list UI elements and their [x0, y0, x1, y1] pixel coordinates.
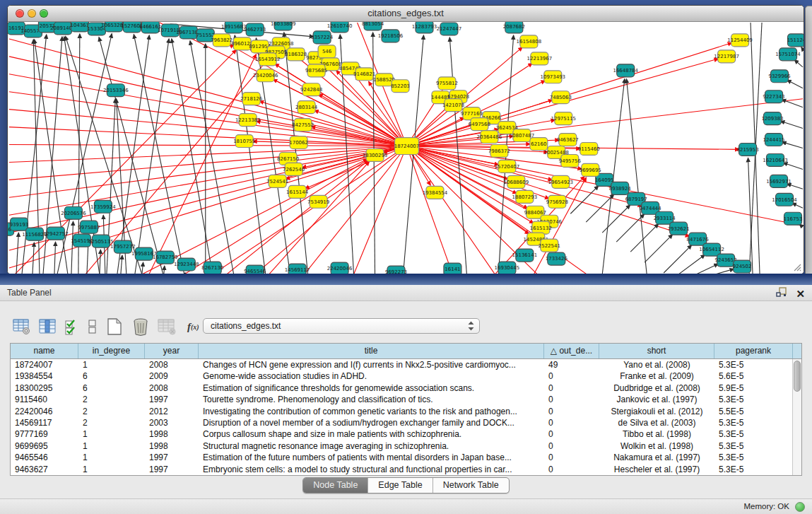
table-selector-dropdown[interactable]: citations_edges.txt: [203, 318, 480, 334]
graph-node[interactable]: 104361: [71, 22, 90, 32]
zoom-window-button[interactable]: [40, 9, 48, 18]
close-window-button[interactable]: [16, 9, 24, 18]
graph-node[interactable]: 9227343: [763, 90, 784, 103]
graph-node[interactable]: 15136141: [512, 249, 538, 262]
rows-icon[interactable]: [88, 318, 98, 335]
graph-node[interactable]: 8267130: [201, 262, 223, 274]
graph-node[interactable]: 15751074: [775, 48, 801, 61]
graph-node[interactable]: 7986372: [488, 145, 510, 158]
graph-node[interactable]: 9495756: [559, 154, 581, 167]
network-window[interactable]: citations_edges.txt 16191140557122057720…: [7, 5, 804, 274]
graph-node[interactable]: 2087682: [503, 22, 525, 33]
graph-node[interactable]: 1615144: [286, 185, 309, 198]
network-canvas[interactable]: 1619114055712205772089140610436115330410…: [8, 22, 804, 274]
graph-node[interactable]: 20364486: [477, 131, 502, 144]
column-header-short[interactable]: short: [599, 344, 714, 358]
graph-node[interactable]: 6497568: [469, 118, 490, 131]
graph-node[interactable]: 939193: [10, 218, 29, 230]
graph-node[interactable]: 20153346: [103, 84, 129, 97]
graph-node[interactable]: 151124: [787, 34, 804, 47]
graph-node[interactable]: 1733426: [546, 252, 567, 265]
resize-grip[interactable]: [794, 264, 801, 271]
graph-node[interactable]: 852203: [391, 80, 410, 93]
graph-node[interactable]: 1810755: [233, 135, 255, 148]
graph-node[interactable]: 2522541: [539, 239, 560, 252]
graph-node[interactable]: 9462733: [244, 23, 266, 36]
graph-node[interactable]: 12942757: [43, 227, 69, 240]
graph-node[interactable]: 1209383: [762, 112, 784, 125]
delete-table-icon[interactable]: [158, 318, 177, 335]
table-row[interactable]: 1830029562008Estimation of significance …: [11, 382, 801, 394]
graph-node[interactable]: 18300295: [363, 148, 388, 161]
table-row[interactable]: 969969511998Structural magnetic resonanc…: [11, 440, 801, 452]
graph-node[interactable]: 16648784: [613, 64, 638, 77]
graph-node[interactable]: 18724007: [394, 138, 420, 155]
graph-node[interactable]: 12975115: [551, 112, 577, 125]
table-row[interactable]: 1938455462009Genome-wide association stu…: [11, 370, 801, 382]
graph-node[interactable]: 12610740: [327, 22, 353, 33]
table-row[interactable]: 946362711997Embryonic stem cells: a mode…: [11, 464, 801, 475]
graph-node[interactable]: 17359924: [90, 200, 116, 213]
graph-node[interactable]: 7963822: [211, 34, 233, 47]
graph-node[interactable]: 14569117: [285, 264, 310, 274]
column-header-out_de[interactable]: △ out_de...: [544, 344, 599, 358]
graph-node[interactable]: 924502: [733, 260, 752, 273]
network-canvas-svg[interactable]: 1619114055712205772089140610436115330410…: [8, 22, 804, 274]
function-builder-icon[interactable]: f(x): [187, 321, 199, 333]
table-row[interactable]: 977716911998Corpus callosum shape and si…: [11, 428, 801, 440]
table-row[interactable]: 946554611997Estimation of the future num…: [11, 452, 801, 463]
graph-node[interactable]: 11283793: [412, 22, 437, 33]
graph-node[interactable]: 15720407: [495, 160, 520, 173]
graph-node[interactable]: 16930445: [495, 262, 520, 274]
column-header-in_degree[interactable]: in_degree: [78, 344, 145, 358]
graph-node[interactable]: 2718126: [240, 93, 262, 105]
graph-node[interactable]: 170062: [289, 136, 308, 149]
column-header-year[interactable]: year: [145, 344, 199, 358]
graph-node[interactable]: 9463627: [557, 134, 579, 146]
table-mode-icon[interactable]: [13, 318, 31, 335]
graph-node[interactable]: 16141: [444, 263, 461, 274]
graph-node[interactable]: 18807293: [512, 190, 538, 203]
graph-node[interactable]: 9975887: [78, 221, 100, 233]
graph-node[interactable]: 10973493: [541, 71, 566, 83]
table-row[interactable]: 2242004622012Investigating the contribut…: [11, 406, 801, 417]
table-row[interactable]: 1872400712008Changes of HCN gene express…: [11, 359, 801, 370]
graph-node[interactable]: 9242848: [300, 83, 322, 96]
graph-node[interactable]: 18915683: [221, 22, 247, 33]
graph-node[interactable]: 19654923: [548, 175, 574, 188]
column-header-title[interactable]: title: [199, 344, 544, 358]
graph-node[interactable]: 9699695: [579, 163, 601, 176]
graph-node[interactable]: 10688609: [504, 175, 529, 188]
graph-node[interactable]: 20206576: [61, 206, 86, 219]
table-scrollbar[interactable]: [792, 359, 801, 475]
table-row[interactable]: 1456911722003Disruption of a novel membe…: [11, 417, 801, 428]
table-row[interactable]: 911546021997Tourette syndrome. Phenomeno…: [11, 394, 801, 405]
graph-node[interactable]: 19384554: [423, 186, 448, 199]
memory-status-indicator[interactable]: [795, 502, 805, 512]
column-header-pagerank[interactable]: pagerank: [714, 344, 793, 358]
graph-node[interactable]: 16210643: [763, 153, 788, 166]
graph-node[interactable]: 16033809: [271, 22, 296, 30]
delete-column-icon[interactable]: [131, 317, 150, 336]
graph-node[interactable]: 1615132: [530, 221, 552, 234]
graph-node[interactable]: 7524541: [266, 175, 288, 187]
graph-node[interactable]: 1421078: [442, 99, 464, 112]
graph-node[interactable]: 9465546: [244, 265, 266, 274]
graph-node[interactable]: 22420046: [327, 262, 353, 274]
graph-node[interactable]: 9115460: [578, 143, 600, 156]
graph-node[interactable]: 12923448: [174, 258, 199, 271]
graph-node[interactable]: 15692971: [766, 175, 792, 187]
graph-node[interactable]: 9146821: [353, 68, 375, 81]
show-columns-icon[interactable]: [39, 318, 57, 335]
graph-node[interactable]: 8215953: [737, 144, 759, 156]
graph-node[interactable]: 7932621: [668, 222, 690, 235]
graph-node[interactable]: 2803144: [295, 101, 318, 114]
graph-node[interactable]: 62160: [530, 138, 548, 151]
graph-node[interactable]: 12217987: [714, 50, 739, 63]
graph-node[interactable]: 8357224: [311, 31, 334, 44]
minimize-window-button[interactable]: [28, 9, 36, 18]
graph-node[interactable]: 9692273: [385, 266, 407, 274]
graph-node[interactable]: 7534919: [307, 195, 329, 208]
tab-network-table[interactable]: Network Table: [433, 478, 509, 493]
tab-node-table[interactable]: Node Table: [303, 478, 368, 493]
